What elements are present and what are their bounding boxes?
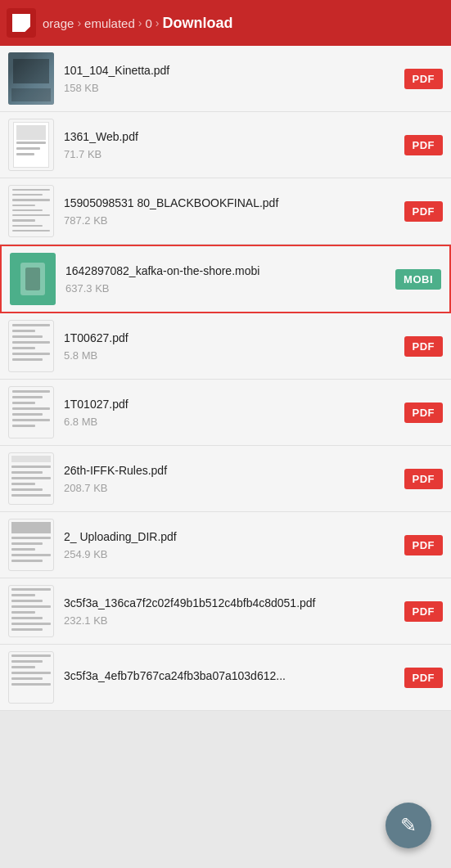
breadcrumb-current: Download xyxy=(162,15,232,32)
file-thumbnail xyxy=(8,320,54,372)
file-name: 2_ Uploading_DIR.pdf xyxy=(64,529,396,544)
file-size: 158 KB xyxy=(64,82,396,94)
fab-edit-button[interactable]: ✎ xyxy=(386,803,431,848)
file-size: 5.8 MB xyxy=(64,349,396,362)
file-size: 787.2 KB xyxy=(64,214,396,227)
list-item[interactable]: 3c5f3a_136ca7f2c02f49b1b512c4bfb4c8d051.… xyxy=(0,578,451,645)
file-type-badge[interactable]: PDF xyxy=(404,469,444,489)
file-name: 101_104_Kinetta.pdf xyxy=(64,63,396,78)
file-info: 2_ Uploading_DIR.pdf 254.9 KB xyxy=(64,529,396,560)
file-size: 232.1 KB xyxy=(64,614,396,627)
file-name: 1361_Web.pdf xyxy=(64,129,396,144)
list-item[interactable]: 2_ Uploading_DIR.pdf 254.9 KB PDF xyxy=(0,512,451,578)
mobi-icon xyxy=(20,263,45,295)
list-item[interactable]: 1T01027.pdf 6.8 MB PDF xyxy=(0,380,451,446)
file-thumbnail xyxy=(8,386,54,438)
file-name: 1T01027.pdf xyxy=(64,397,396,412)
breadcrumb-sep-3: › xyxy=(156,16,160,29)
file-info: 26th-IFFK-Rules.pdf 208.7 KB xyxy=(64,463,396,493)
file-thumbnail xyxy=(8,452,54,505)
list-item[interactable]: 1T00627.pdf 5.8 MB PDF xyxy=(0,313,451,380)
file-size: 71.7 KB xyxy=(64,148,396,160)
list-item[interactable]: 3c5f3a_4efb7b767ca24fb3ba07a103d612... P… xyxy=(0,645,451,711)
file-name: 3c5f3a_4efb7b767ca24fb3ba07a103d612... xyxy=(64,668,396,683)
breadcrumb-0[interactable]: 0 xyxy=(145,16,151,30)
breadcrumb-sep-2: › xyxy=(138,16,142,29)
list-item[interactable]: 1361_Web.pdf 71.7 KB PDF xyxy=(0,112,451,178)
file-type-badge[interactable]: PDF xyxy=(404,403,444,423)
file-info: 1T01027.pdf 6.8 MB xyxy=(64,397,396,427)
file-name: 1T00627.pdf xyxy=(64,331,396,345)
breadcrumb: orage › emulated › 0 › Download xyxy=(43,15,444,32)
file-type-badge[interactable]: PDF xyxy=(404,201,444,222)
breadcrumb-sep-1: › xyxy=(77,16,81,29)
file-list: 101_104_Kinetta.pdf 158 KB PDF 1361_Web.… xyxy=(0,46,451,711)
file-type-badge[interactable]: PDF xyxy=(404,668,444,688)
file-type-badge[interactable]: PDF xyxy=(404,336,444,357)
file-name: 26th-IFFK-Rules.pdf xyxy=(64,463,396,478)
app-header: orage › emulated › 0 › Download xyxy=(0,0,451,46)
file-info: 3c5f3a_136ca7f2c02f49b1b512c4bfb4c8d051.… xyxy=(64,596,396,626)
file-size: 637.3 KB xyxy=(65,282,387,295)
breadcrumb-emulated[interactable]: emulated xyxy=(84,16,135,30)
file-thumbnail xyxy=(8,651,54,704)
file-name: 3c5f3a_136ca7f2c02f49b1b512c4bfb4c8d051.… xyxy=(64,596,396,610)
app-icon xyxy=(7,8,36,38)
file-thumbnail xyxy=(10,253,56,305)
file-size: 6.8 MB xyxy=(64,416,396,428)
file-info: 15905098531 80_BLACKBOOKFINAL.pdf 787.2 … xyxy=(64,196,396,226)
edit-icon: ✎ xyxy=(400,816,417,835)
file-size: 208.7 KB xyxy=(64,482,396,494)
file-info: 3c5f3a_4efb7b767ca24fb3ba07a103d612... xyxy=(64,668,396,686)
file-thumbnail xyxy=(8,519,54,571)
file-thumbnail xyxy=(8,185,54,237)
file-thumbnail xyxy=(8,119,54,171)
file-type-badge[interactable]: PDF xyxy=(404,69,444,89)
file-info: 101_104_Kinetta.pdf 158 KB xyxy=(64,63,396,93)
file-thumbnail xyxy=(8,585,54,637)
file-info: 1642897082_kafka-on-the-shore.mobi 637.3… xyxy=(65,263,387,294)
file-info: 1361_Web.pdf 71.7 KB xyxy=(64,129,396,160)
list-item[interactable]: 1642897082_kafka-on-the-shore.mobi 637.3… xyxy=(0,245,451,313)
file-type-badge[interactable]: PDF xyxy=(404,535,444,555)
list-item[interactable]: 26th-IFFK-Rules.pdf 208.7 KB PDF xyxy=(0,446,451,512)
file-size: 254.9 KB xyxy=(64,548,396,560)
list-item[interactable]: 101_104_Kinetta.pdf 158 KB PDF xyxy=(0,46,451,112)
list-item[interactable]: 15905098531 80_BLACKBOOKFINAL.pdf 787.2 … xyxy=(0,178,451,245)
file-type-badge[interactable]: MOBI xyxy=(395,269,441,290)
file-type-badge[interactable]: PDF xyxy=(404,135,444,155)
file-type-badge[interactable]: PDF xyxy=(404,601,444,622)
breadcrumb-storage[interactable]: orage xyxy=(43,16,74,30)
file-info: 1T00627.pdf 5.8 MB xyxy=(64,331,396,361)
file-name: 15905098531 80_BLACKBOOKFINAL.pdf xyxy=(64,196,396,210)
file-thumbnail xyxy=(8,52,54,105)
file-name: 1642897082_kafka-on-the-shore.mobi xyxy=(65,263,387,278)
